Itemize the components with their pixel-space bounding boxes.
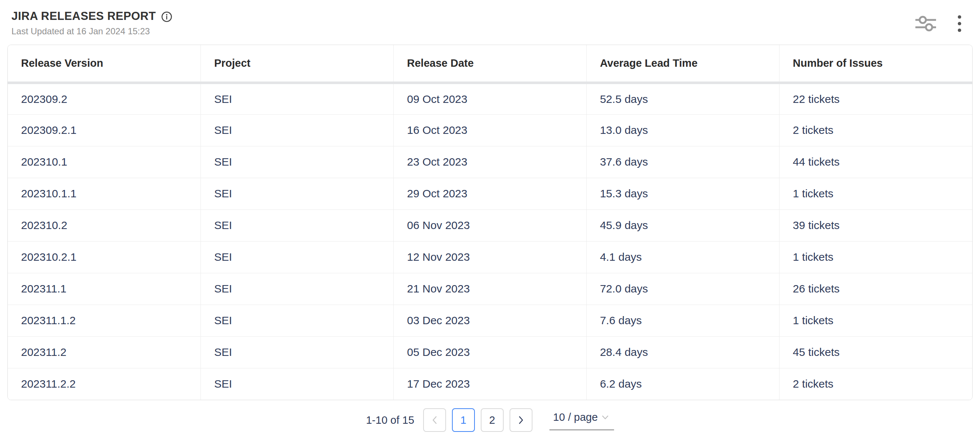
cell-release-date: 16 Oct 2023 xyxy=(394,114,586,146)
cell-release-version: 202310.1.1 xyxy=(8,178,200,209)
cell-project: SEI xyxy=(200,368,393,400)
cell-release-version: 202311.2.2 xyxy=(8,368,200,400)
cell-average-lead-time: 7.6 days xyxy=(586,304,779,336)
pagination-range-label: 1-10 of 15 xyxy=(366,414,414,426)
prev-page-button[interactable] xyxy=(423,408,446,432)
cell-average-lead-time: 52.5 days xyxy=(586,82,779,114)
column-header-average-lead-time: Average Lead Time xyxy=(586,45,779,82)
cell-average-lead-time: 13.0 days xyxy=(586,114,779,146)
cell-release-version: 202310.2.1 xyxy=(8,241,200,273)
table-row: 202311.2.2 SEI 17 Dec 2023 6.2 days 2 ti… xyxy=(8,368,972,400)
page-size-label: 10 / page xyxy=(553,411,598,423)
cell-release-date: 17 Dec 2023 xyxy=(394,368,586,400)
cell-number-of-issues: 2 tickets xyxy=(780,114,972,146)
report-header: JIRA RELEASES REPORT Last Updated at 16 … xyxy=(0,0,980,36)
chevron-left-icon xyxy=(431,415,439,425)
header-actions xyxy=(914,13,963,34)
cell-release-date: 09 Oct 2023 xyxy=(394,82,586,114)
cell-release-version: 202310.1 xyxy=(8,146,200,178)
page-1-button[interactable]: 1 xyxy=(452,408,475,432)
cell-number-of-issues: 1 tickets xyxy=(780,241,972,273)
cell-project: SEI xyxy=(200,209,393,241)
cell-project: SEI xyxy=(200,273,393,304)
cell-project: SEI xyxy=(200,146,393,178)
cell-project: SEI xyxy=(200,114,393,146)
last-updated-label: Last Updated at 16 Jan 2024 15:23 xyxy=(11,26,964,36)
cell-project: SEI xyxy=(200,82,393,114)
cell-release-version: 202311.1 xyxy=(8,273,200,304)
table-row: 202310.2.1 SEI 12 Nov 2023 4.1 days 1 ti… xyxy=(8,241,972,273)
cell-number-of-issues: 22 tickets xyxy=(780,82,972,114)
cell-project: SEI xyxy=(200,178,393,209)
cell-project: SEI xyxy=(200,304,393,336)
column-header-project: Project xyxy=(200,45,393,82)
pagination: 1-10 of 15 1 2 10 / page xyxy=(0,408,980,432)
table-row: 202310.1 SEI 23 Oct 2023 37.6 days 44 ti… xyxy=(8,146,972,178)
cell-release-version: 202310.2 xyxy=(8,209,200,241)
kebab-menu-icon[interactable] xyxy=(956,13,963,34)
cell-average-lead-time: 6.2 days xyxy=(586,368,779,400)
table-row: 202309.2 SEI 09 Oct 2023 52.5 days 22 ti… xyxy=(8,82,972,114)
cell-release-version: 202311.2 xyxy=(8,336,200,368)
next-page-button[interactable] xyxy=(509,408,533,432)
page-title: JIRA RELEASES REPORT xyxy=(11,10,156,23)
cell-release-date: 29 Oct 2023 xyxy=(394,178,586,209)
chevron-down-icon xyxy=(601,415,609,420)
table-row: 202311.1.2 SEI 03 Dec 2023 7.6 days 1 ti… xyxy=(8,304,972,336)
info-circle-icon[interactable] xyxy=(161,11,172,22)
table-row: 202311.1 SEI 21 Nov 2023 72.0 days 26 ti… xyxy=(8,273,972,304)
table-row: 202310.2 SEI 06 Nov 2023 45.9 days 39 ti… xyxy=(8,209,972,241)
cell-number-of-issues: 2 tickets xyxy=(780,368,972,400)
cell-average-lead-time: 37.6 days xyxy=(586,146,779,178)
column-header-release-date: Release Date xyxy=(394,45,586,82)
cell-release-date: 05 Dec 2023 xyxy=(394,336,586,368)
cell-number-of-issues: 1 tickets xyxy=(780,178,972,209)
cell-number-of-issues: 26 tickets xyxy=(780,273,972,304)
cell-average-lead-time: 45.9 days xyxy=(586,209,779,241)
cell-release-date: 03 Dec 2023 xyxy=(394,304,586,336)
cell-project: SEI xyxy=(200,336,393,368)
cell-average-lead-time: 72.0 days xyxy=(586,273,779,304)
cell-release-version: 202311.1.2 xyxy=(8,304,200,336)
table-row: 202311.2 SEI 05 Dec 2023 28.4 days 45 ti… xyxy=(8,336,972,368)
cell-average-lead-time: 15.3 days xyxy=(586,178,779,209)
column-header-release-version: Release Version xyxy=(8,45,200,82)
page-size-select[interactable]: 10 / page xyxy=(549,410,614,430)
cell-average-lead-time: 4.1 days xyxy=(586,241,779,273)
cell-number-of-issues: 45 tickets xyxy=(780,336,972,368)
cell-release-date: 21 Nov 2023 xyxy=(394,273,586,304)
column-header-number-of-issues: Number of Issues xyxy=(780,45,972,82)
cell-release-version: 202309.2.1 xyxy=(8,114,200,146)
cell-release-date: 12 Nov 2023 xyxy=(394,241,586,273)
table-header-row: Release Version Project Release Date Ave… xyxy=(8,45,972,82)
cell-release-date: 06 Nov 2023 xyxy=(394,209,586,241)
cell-project: SEI xyxy=(200,241,393,273)
page-2-button[interactable]: 2 xyxy=(481,408,504,432)
cell-release-date: 23 Oct 2023 xyxy=(394,146,586,178)
releases-table: Release Version Project Release Date Ave… xyxy=(7,44,973,400)
cell-number-of-issues: 44 tickets xyxy=(780,146,972,178)
table-row: 202310.1.1 SEI 29 Oct 2023 15.3 days 1 t… xyxy=(8,178,972,209)
sliders-icon[interactable] xyxy=(914,14,937,33)
cell-release-version: 202309.2 xyxy=(8,82,200,114)
chevron-right-icon xyxy=(517,415,525,425)
table-row: 202309.2.1 SEI 16 Oct 2023 13.0 days 2 t… xyxy=(8,114,972,146)
cell-number-of-issues: 1 tickets xyxy=(780,304,972,336)
cell-number-of-issues: 39 tickets xyxy=(780,209,972,241)
cell-average-lead-time: 28.4 days xyxy=(586,336,779,368)
